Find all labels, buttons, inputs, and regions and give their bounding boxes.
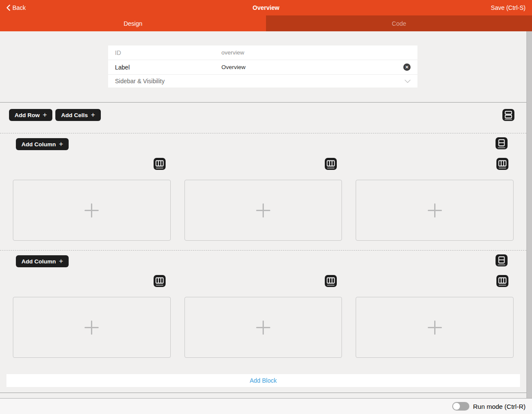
plus-icon: + [59, 257, 63, 265]
properties-section: ID overview Label Overview ✕ Sidebar & V… [0, 31, 526, 102]
run-mode-label: Run mode (Ctrl-R) [473, 403, 526, 410]
empty-cell-add-target[interactable] [184, 297, 342, 358]
column-3 [356, 275, 514, 358]
vertical-scrollbar[interactable] [526, 31, 532, 398]
column-1 [13, 275, 171, 358]
status-bar: Run mode (Ctrl-R) [0, 398, 532, 414]
run-mode-toggle[interactable] [452, 402, 469, 411]
id-field-label: ID [115, 49, 221, 56]
plus-icon [428, 203, 442, 218]
add-block-link[interactable]: Add Block [250, 377, 277, 384]
add-cells-button[interactable]: Add Cells+ [55, 109, 100, 121]
save-button[interactable]: Save (Ctrl-S) [491, 4, 526, 11]
main-viewport: ID overview Label Overview ✕ Sidebar & V… [0, 31, 532, 398]
sidebar-visibility-label: Sidebar & Visibility [115, 78, 221, 85]
add-column-label: Add Column [21, 141, 56, 148]
sidebar-visibility-row[interactable]: Sidebar & Visibility [108, 75, 417, 88]
toggle-knob [453, 403, 460, 410]
add-column-button[interactable]: Add Column+ [16, 138, 69, 150]
plus-icon [428, 320, 442, 335]
plus-icon: + [91, 111, 95, 118]
chevron-left-icon [6, 5, 10, 11]
row-split-icon[interactable] [496, 254, 508, 268]
id-field-value[interactable]: overview [221, 49, 411, 56]
app-header: Overview Back Save (Ctrl-S) [0, 0, 532, 15]
add-block-bar: Add Block [6, 374, 520, 387]
empty-cell-add-target[interactable] [356, 180, 514, 241]
row-split-icon[interactable] [496, 137, 508, 151]
field-row-id[interactable]: ID overview [108, 45, 417, 60]
label-field-value[interactable]: Overview [221, 64, 403, 70]
plus-icon [85, 203, 99, 218]
add-row-label: Add Row [15, 112, 40, 118]
clear-circle-icon[interactable]: ✕ [403, 63, 411, 71]
row-section-2: Add Column+ [0, 250, 526, 367]
add-column-button[interactable]: Add Column+ [16, 255, 69, 267]
empty-cell-add-target[interactable] [13, 180, 171, 241]
columns-split-icon[interactable] [325, 158, 337, 172]
field-row-label[interactable]: Label Overview ✕ [108, 60, 417, 75]
column-3 [356, 158, 514, 241]
add-cells-label: Add Cells [61, 112, 88, 118]
chevron-down-icon[interactable] [405, 77, 411, 85]
plus-icon [85, 320, 99, 335]
empty-cell-add-target[interactable] [184, 180, 342, 241]
section-divider-bottom [0, 393, 526, 393]
add-column-label: Add Column [21, 258, 56, 265]
plus-icon [256, 320, 270, 335]
plus-icon: + [43, 111, 47, 118]
columns-split-icon[interactable] [154, 275, 166, 289]
label-field-label: Label [115, 64, 221, 71]
plus-icon [256, 203, 270, 218]
row-section-1: Add Column+ [0, 133, 526, 250]
tab-bar: Design Code [0, 15, 532, 31]
back-label: Back [12, 4, 26, 11]
column-2 [184, 275, 342, 358]
add-row-button[interactable]: Add Row+ [9, 109, 52, 121]
column-2 [184, 158, 342, 241]
tab-code[interactable]: Code [266, 15, 532, 31]
back-button[interactable]: Back [6, 4, 26, 11]
columns-split-icon[interactable] [325, 275, 337, 289]
empty-cell-add-target[interactable] [13, 297, 171, 358]
columns-split-icon[interactable] [496, 158, 508, 172]
design-toolbar: Add Row+ Add Cells+ [0, 103, 526, 133]
tab-design[interactable]: Design [0, 15, 266, 31]
stacked-rows-icon[interactable] [502, 109, 514, 123]
properties-card: ID overview Label Overview ✕ Sidebar & V… [108, 45, 417, 88]
page-title: Overview [0, 4, 532, 11]
plus-icon: + [59, 140, 63, 148]
columns-split-icon[interactable] [496, 275, 508, 289]
empty-cell-add-target[interactable] [356, 297, 514, 358]
columns-split-icon[interactable] [154, 158, 166, 172]
column-1 [13, 158, 171, 241]
